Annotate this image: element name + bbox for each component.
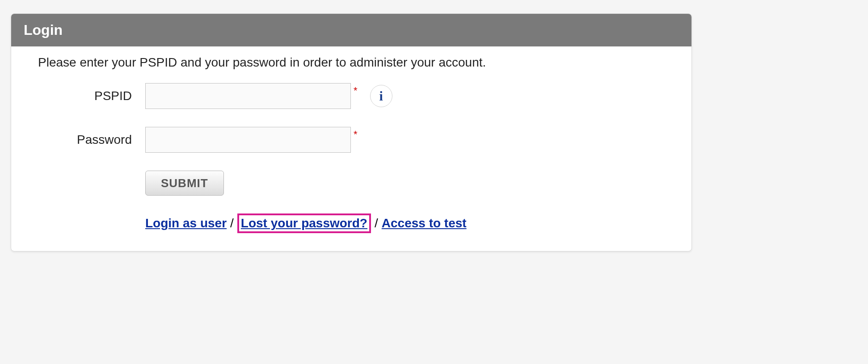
- panel-body: Please enter your PSPID and your passwor…: [11, 46, 691, 251]
- login-panel: Login Please enter your PSPID and your p…: [11, 13, 692, 251]
- submit-row: SUBMIT: [145, 171, 665, 196]
- panel-title: Login: [11, 14, 691, 46]
- lost-password-link[interactable]: Lost your password?: [237, 213, 371, 233]
- password-required-indicator: *: [354, 129, 358, 140]
- login-as-user-link[interactable]: Login as user: [145, 216, 227, 230]
- login-instructions: Please enter your PSPID and your passwor…: [38, 55, 665, 70]
- link-separator-1: /: [230, 216, 234, 230]
- pspid-required-indicator: *: [354, 85, 358, 96]
- submit-button[interactable]: SUBMIT: [145, 171, 224, 196]
- password-input[interactable]: [145, 127, 351, 153]
- info-icon[interactable]: i: [370, 85, 392, 107]
- auth-links-row: Login as user / Lost your password? / Ac…: [145, 213, 665, 233]
- link-separator-2: /: [375, 216, 378, 230]
- pspid-row: PSPID * i: [38, 83, 665, 109]
- password-row: Password *: [38, 127, 665, 153]
- access-to-test-link[interactable]: Access to test: [382, 216, 467, 230]
- password-label: Password: [38, 133, 145, 147]
- pspid-label: PSPID: [38, 89, 145, 103]
- pspid-input[interactable]: [145, 83, 351, 109]
